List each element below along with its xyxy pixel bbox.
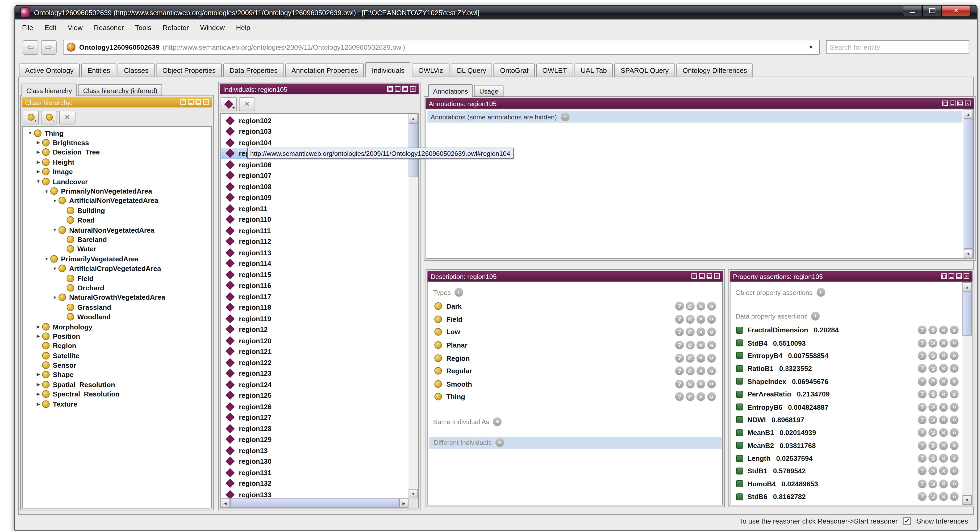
add-individual-button[interactable]: + (221, 97, 237, 111)
search-input[interactable] (826, 40, 969, 54)
menu-item[interactable]: Refactor (157, 22, 194, 33)
annotate-button[interactable] (686, 354, 695, 362)
explain-button[interactable] (918, 428, 926, 437)
main-tab[interactable]: OWLViz (412, 64, 449, 77)
data-assertion-row[interactable]: Length 0.02537594 (730, 452, 972, 464)
tree-toggle-icon[interactable]: ▼ (51, 266, 58, 271)
edit-button[interactable] (950, 351, 959, 360)
delete-button[interactable] (939, 441, 948, 450)
explain-button[interactable] (675, 315, 684, 324)
type-assertion-row[interactable]: Low (428, 326, 722, 339)
add-different-individual-button[interactable] (495, 438, 504, 447)
annotate-button[interactable] (928, 467, 937, 475)
edit-button[interactable] (950, 505, 959, 506)
class-tree-item[interactable]: ▶ Morphology (24, 322, 210, 331)
annotate-button[interactable] (928, 326, 937, 334)
individual-item[interactable]: region123 (221, 368, 409, 379)
minimize-button[interactable] (903, 6, 922, 16)
individual-item[interactable]: region124 (221, 379, 409, 390)
add-type-button[interactable] (455, 288, 463, 297)
type-assertion-row[interactable]: Smooth (428, 378, 722, 391)
explain-button[interactable] (918, 402, 926, 411)
delete-button[interactable] (939, 415, 948, 424)
main-tab[interactable]: Active Ontology (19, 64, 80, 77)
individual-item[interactable]: region129 (221, 434, 409, 445)
annotate-button[interactable] (686, 393, 695, 401)
edit-button[interactable] (950, 326, 959, 334)
menu-item[interactable]: Edit (39, 22, 62, 33)
annotate-button[interactable] (928, 377, 937, 386)
scroll-down-button[interactable] (964, 249, 973, 258)
panel-minimize-icon[interactable] (395, 86, 400, 92)
type-assertion-row[interactable]: Planar (428, 339, 722, 352)
explain-button[interactable] (918, 467, 926, 475)
tree-toggle-icon[interactable]: ▼ (35, 179, 42, 184)
add-object-assertion-button[interactable] (816, 288, 825, 297)
annotate-button[interactable] (928, 364, 937, 373)
panel-float-icon[interactable] (180, 99, 186, 105)
scroll-down-button[interactable] (409, 489, 418, 498)
panel-minimize-icon[interactable] (699, 273, 705, 279)
data-assertion-row[interactable]: RatioB1 0.3323552 (730, 362, 972, 375)
tree-toggle-icon[interactable]: ▼ (51, 296, 58, 300)
menu-item[interactable]: Help (230, 22, 256, 33)
annotations-view-tab[interactable]: Usage (474, 85, 503, 97)
explain-button[interactable] (675, 393, 684, 401)
individual-item[interactable]: region118 (221, 302, 409, 313)
edit-button[interactable] (950, 377, 959, 386)
panel-maximize-icon[interactable] (958, 100, 963, 106)
data-assertion-row[interactable]: PerAreaRatio 0.2134709 (730, 388, 972, 401)
data-assertion-row[interactable]: NDWI 0.8968197 (730, 413, 972, 426)
individual-item[interactable]: region113 (221, 247, 409, 258)
explain-button[interactable] (675, 340, 684, 350)
individual-item[interactable]: region112 (221, 236, 409, 247)
add-data-assertion-button[interactable] (811, 312, 820, 320)
delete-button[interactable] (697, 302, 705, 310)
class-view-tab[interactable]: Class hierarchy (inferred) (78, 84, 162, 96)
maximize-button[interactable] (922, 6, 942, 16)
panel-close-icon[interactable] (965, 100, 970, 106)
back-button[interactable] (22, 40, 38, 54)
class-tree-item[interactable]: Woodland (24, 312, 210, 321)
annotate-button[interactable] (928, 492, 937, 501)
class-tree-item[interactable]: Bareland (24, 235, 210, 244)
main-tab[interactable]: Data Properties (223, 64, 284, 77)
delete-class-button[interactable] (59, 110, 75, 124)
panel-maximize-icon[interactable] (196, 99, 201, 105)
tree-toggle-icon[interactable]: ▼ (51, 227, 58, 232)
annotate-button[interactable] (686, 340, 695, 350)
explain-button[interactable] (918, 492, 926, 501)
main-tab[interactable]: DL Query (450, 64, 493, 77)
panel-close-icon[interactable] (964, 273, 969, 279)
delete-button[interactable] (939, 390, 948, 399)
explain-button[interactable] (918, 415, 926, 424)
explain-button[interactable] (918, 339, 926, 347)
tree-toggle-icon[interactable]: ▶ (35, 372, 42, 377)
class-tree-item[interactable]: ▶ Image (24, 167, 210, 176)
delete-button[interactable] (939, 454, 948, 463)
annotate-button[interactable] (928, 441, 937, 450)
individual-item[interactable]: region107 (221, 170, 409, 181)
data-assertion-row[interactable]: StdB6 0.8162782 (730, 490, 972, 503)
class-tree-item[interactable]: Orchard (24, 283, 210, 293)
individual-item[interactable]: region11 (221, 203, 409, 214)
individual-item[interactable]: region128 (221, 423, 409, 434)
menu-item[interactable]: Tools (129, 22, 157, 33)
delete-button[interactable] (939, 339, 948, 347)
panel-minimize-icon[interactable] (949, 273, 954, 279)
individual-item[interactable]: region114 (221, 258, 409, 269)
data-assertion-row[interactable]: StdB1 0.5789542 (730, 464, 972, 477)
individual-item[interactable]: region120 (221, 335, 409, 346)
annotate-button[interactable] (928, 454, 937, 463)
panel-maximize-icon[interactable] (956, 273, 962, 279)
annotate-button[interactable] (686, 302, 695, 310)
delete-button[interactable] (939, 505, 948, 506)
delete-button[interactable] (697, 380, 705, 388)
add-annotation-button[interactable] (561, 112, 570, 121)
type-assertion-row[interactable]: Thing (428, 390, 722, 403)
tree-toggle-icon[interactable]: ▼ (51, 199, 58, 203)
main-tab[interactable]: Individuals (365, 62, 410, 77)
explain-button[interactable] (675, 380, 684, 388)
individuals-horizontal-scrollbar[interactable] (221, 498, 409, 507)
delete-button[interactable] (697, 328, 705, 337)
